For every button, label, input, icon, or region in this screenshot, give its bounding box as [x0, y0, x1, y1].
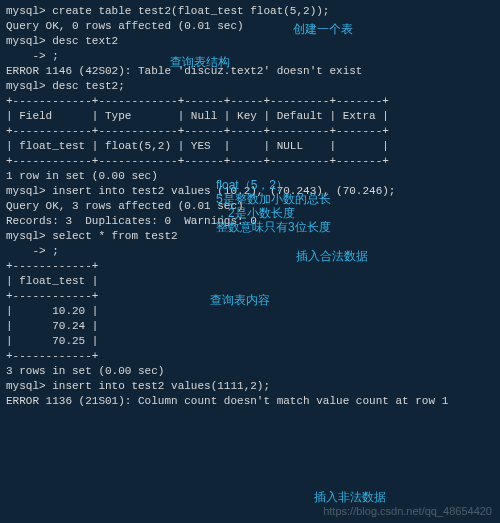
- term-line: +------------+------------+------+-----+…: [6, 124, 494, 139]
- term-line: mysql> create table test2(float_test flo…: [6, 4, 494, 19]
- term-line: +------------+: [6, 259, 494, 274]
- term-line: | float_test |: [6, 274, 494, 289]
- watermark-text: https://blog.csdn.net/qq_48654420: [323, 504, 492, 519]
- term-line: | 70.24 |: [6, 319, 494, 334]
- annotation-float-note3: ，2是小数长度: [216, 206, 295, 220]
- term-line: mysql> desc test2;: [6, 79, 494, 94]
- annotation-float-note1: float（5，2）: [216, 178, 288, 192]
- term-line: | Field | Type | Null | Key | Default | …: [6, 109, 494, 124]
- annotation-select-content: 查询表内容: [210, 293, 270, 307]
- term-line-error: ERROR 1136 (21S01): Column count doesn't…: [6, 394, 494, 409]
- annotation-create-table: 创建一个表: [293, 22, 353, 36]
- term-line: Query OK, 0 rows affected (0.01 sec): [6, 19, 494, 34]
- term-line-error: ERROR 1146 (42S02): Table 'discuz.text2'…: [6, 64, 494, 79]
- term-line: | 70.25 |: [6, 334, 494, 349]
- term-line: -> ;: [6, 244, 494, 259]
- annotation-insert-valid: 插入合法数据: [296, 249, 368, 263]
- term-line: +------------+: [6, 349, 494, 364]
- annotation-float-note2: 5是整数加小数的总长: [216, 192, 331, 206]
- term-line: mysql> insert into test2 values(1111,2);: [6, 379, 494, 394]
- annotation-float-note4: 整数意味只有3位长度: [216, 220, 331, 234]
- term-line: -> ;: [6, 49, 494, 64]
- annotation-insert-invalid: 插入非法数据: [314, 490, 386, 504]
- term-line: +------------+------------+------+-----+…: [6, 94, 494, 109]
- annotation-desc-struct: 查询表结构: [170, 55, 230, 69]
- term-line: | float_test | float(5,2) | YES | | NULL…: [6, 139, 494, 154]
- term-line: 3 rows in set (0.00 sec): [6, 364, 494, 379]
- term-line: mysql> desc text2: [6, 34, 494, 49]
- term-line: +------------+------------+------+-----+…: [6, 154, 494, 169]
